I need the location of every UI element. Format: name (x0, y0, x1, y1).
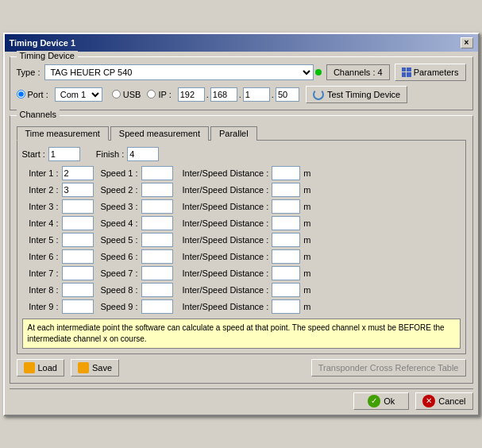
ip-field-4[interactable] (276, 87, 299, 102)
dist-input-6[interactable] (272, 249, 300, 264)
dist-label-3: Inter/Speed Distance : (183, 202, 269, 211)
type-select[interactable]: TAG HEUER CP 540 (44, 64, 313, 80)
port-row: Port : Com 1 Com 2 Com 3 USB IP : . (17, 86, 466, 103)
m-label-2: m (303, 185, 310, 195)
m-label-9: m (303, 302, 310, 311)
status-dot (315, 69, 322, 75)
dist-input-7[interactable] (272, 266, 300, 280)
table-row: Inter 8 : Speed 8 : Inter/Speed Distance… (22, 283, 461, 297)
finish-label: Finish : (96, 149, 124, 159)
speed-label-3: Speed 3 : (97, 202, 138, 211)
inter-label-3: Inter 3 : (22, 202, 59, 211)
usb-radio[interactable] (112, 90, 121, 98)
parameters-button[interactable]: Parameters (395, 64, 466, 81)
inter-label-2: Inter 2 : (22, 185, 59, 195)
table-row: Inter 6 : Speed 6 : Inter/Speed Distance… (22, 249, 461, 264)
ok-label: Ok (384, 396, 395, 406)
dist-input-4[interactable] (272, 216, 300, 230)
title-bar: Timing Device 1 × (5, 34, 478, 52)
inter-input-8[interactable] (62, 283, 94, 297)
usb-radio-label[interactable]: USB (112, 90, 141, 99)
load-button[interactable]: Load (17, 359, 64, 377)
start-finish-row: Start : Finish : (22, 147, 461, 161)
speed-input-9[interactable] (141, 299, 173, 314)
cancel-button[interactable]: ✕ Cancel (415, 392, 472, 410)
type-dropdown-container: TAG HEUER CP 540 (44, 64, 321, 80)
save-button[interactable]: Save (71, 359, 119, 377)
ip-radio[interactable] (147, 90, 156, 98)
cancel-label: Cancel (438, 396, 465, 406)
dist-input-3[interactable] (272, 199, 300, 214)
speed-input-6[interactable] (141, 249, 173, 264)
tab-time-measurement[interactable]: Time measurement (17, 126, 109, 141)
table-row: Inter 3 : Speed 3 : Inter/Speed Distance… (22, 199, 461, 214)
speed-input-3[interactable] (141, 199, 173, 214)
finish-group: Finish : (96, 147, 159, 161)
dist-input-9[interactable] (272, 299, 300, 314)
speed-label-5: Speed 5 : (97, 235, 138, 245)
speed-input-7[interactable] (141, 266, 173, 280)
dist-label-4: Inter/Speed Distance : (183, 218, 269, 228)
port-radio[interactable] (17, 90, 25, 98)
ip-label: IP : (158, 90, 171, 99)
speed-label-7: Speed 7 : (97, 268, 138, 278)
inter-input-1[interactable] (62, 166, 94, 180)
speed-label-9: Speed 9 : (97, 302, 138, 311)
window-title: Timing Device 1 (10, 38, 76, 48)
cancel-x-icon: ✕ (422, 395, 435, 407)
speed-input-5[interactable] (141, 233, 173, 247)
inter-input-5[interactable] (62, 233, 94, 247)
inter-input-2[interactable] (62, 183, 94, 197)
dist-input-2[interactable] (272, 183, 300, 197)
timing-device-group: Timing Device Type : TAG HEUER CP 540 Ch… (10, 56, 473, 110)
start-input[interactable] (48, 147, 80, 161)
port-radio-label[interactable]: Port : (17, 90, 48, 99)
dist-input-8[interactable] (272, 283, 300, 297)
inter-input-3[interactable] (62, 199, 94, 214)
close-button[interactable]: × (461, 37, 473, 48)
footer-row: ✓ Ok ✕ Cancel (10, 388, 473, 410)
dist-label-8: Inter/Speed Distance : (183, 285, 269, 295)
speed-label-2: Speed 2 : (97, 185, 138, 195)
speed-input-1[interactable] (141, 166, 173, 180)
test-device-button[interactable]: Test Timing Device (306, 86, 407, 103)
transponder-button[interactable]: Transponder Cross Reference Table (311, 359, 466, 377)
tab-speed-measurement[interactable]: Speed measurement (110, 126, 209, 141)
inter-label-8: Inter 8 : (22, 285, 59, 295)
speed-input-2[interactable] (141, 183, 173, 197)
m-label-1: m (303, 168, 310, 178)
inter-label-9: Inter 9 : (22, 302, 59, 311)
dist-label-1: Inter/Speed Distance : (183, 168, 269, 178)
inter-input-9[interactable] (62, 299, 94, 314)
port-select[interactable]: Com 1 Com 2 Com 3 (55, 87, 102, 102)
dist-input-1[interactable] (272, 166, 300, 180)
table-row: Inter 5 : Speed 5 : Inter/Speed Distance… (22, 233, 461, 247)
ip-field-1[interactable] (178, 87, 205, 102)
speed-input-4[interactable] (141, 216, 173, 230)
dist-label-2: Inter/Speed Distance : (183, 185, 269, 195)
m-label-5: m (303, 235, 310, 245)
load-icon (24, 362, 35, 373)
type-label: Type : (17, 68, 40, 77)
inter-input-6[interactable] (62, 249, 94, 264)
channels-group: Channels Time measurement Speed measurem… (10, 115, 473, 384)
inter-label-5: Inter 5 : (22, 235, 59, 245)
channels-label: Channels (17, 110, 60, 119)
inter-input-7[interactable] (62, 266, 94, 280)
tab-parallel[interactable]: Parallel (210, 126, 257, 141)
channels-badge: Channels : 4 (326, 64, 390, 80)
inter-input-4[interactable] (62, 216, 94, 230)
port-label: Port : (28, 90, 48, 99)
parameters-label: Parameters (414, 68, 459, 77)
ok-button[interactable]: ✓ Ok (353, 392, 409, 410)
dist-label-7: Inter/Speed Distance : (183, 268, 269, 278)
ip-field-2[interactable] (210, 87, 237, 102)
speed-input-8[interactable] (141, 283, 173, 297)
m-label-6: m (303, 252, 310, 261)
m-label-8: m (303, 285, 310, 295)
ip-field-3[interactable] (243, 87, 270, 102)
dist-input-5[interactable] (272, 233, 300, 247)
ip-radio-label[interactable]: IP : (147, 90, 171, 99)
m-label-7: m (303, 268, 310, 278)
finish-input[interactable] (127, 147, 159, 161)
